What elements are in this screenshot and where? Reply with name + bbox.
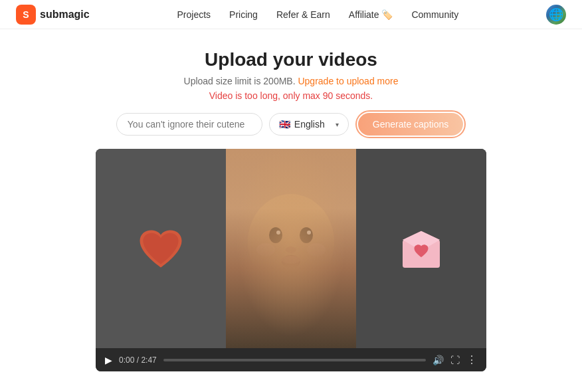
error-message: Video is too long, only max 90 seconds.: [209, 90, 373, 101]
progress-bar[interactable]: [163, 359, 426, 361]
time-display: 0:00 / 2:47: [119, 355, 157, 365]
caption-input[interactable]: [116, 113, 262, 136]
baby-photo: [226, 149, 356, 348]
fullscreen-button[interactable]: ⛶: [450, 355, 460, 365]
upload-subtitle: Upload size limit is 200MB. Upgrade to u…: [184, 76, 399, 86]
video-panel-left: [96, 149, 226, 348]
flag-icon: 🇬🇧: [279, 119, 290, 130]
navbar-links: Projects Pricing Refer & Earn Affiliate …: [177, 9, 459, 20]
upgrade-link[interactable]: Upgrade to upload more: [298, 76, 398, 86]
nav-link-pricing[interactable]: Pricing: [229, 9, 258, 20]
brand-name: submagic: [40, 9, 90, 21]
controls-row: 🇬🇧 English ▾ Generate captions: [116, 110, 466, 138]
video-panel-center: [226, 149, 356, 348]
video-controls: ▶ 0:00 / 2:47 🔊 ⛶ ⋮: [96, 348, 486, 371]
nav-link-affiliate[interactable]: Affiliate 🏷️: [349, 9, 393, 20]
envelope-icon: [398, 225, 444, 272]
avatar[interactable]: 🌐: [546, 5, 566, 25]
nav-link-refer-earn[interactable]: Refer & Earn: [276, 9, 330, 20]
more-options-button[interactable]: ⋮: [466, 353, 477, 366]
video-preview: [96, 149, 486, 348]
play-button[interactable]: ▶: [105, 355, 112, 365]
heart-icon: [138, 227, 184, 270]
navbar-brand: S submagic: [16, 5, 90, 25]
navbar-right: 🌐: [546, 5, 566, 25]
generate-btn-wrapper: Generate captions: [355, 110, 466, 138]
nav-link-community[interactable]: Community: [411, 9, 458, 20]
main-content: Upload your videos Upload size limit is …: [0, 29, 582, 371]
volume-button[interactable]: 🔊: [433, 355, 444, 365]
nav-link-projects[interactable]: Projects: [177, 9, 211, 20]
logo-icon: S: [16, 5, 36, 25]
baby-face-overlay: [226, 149, 356, 348]
video-container: ▶ 0:00 / 2:47 🔊 ⛶ ⋮: [96, 149, 486, 371]
page-title: Upload your videos: [205, 49, 377, 70]
generate-captions-button[interactable]: Generate captions: [358, 113, 463, 136]
language-select[interactable]: 🇬🇧 English ▾: [269, 113, 349, 136]
video-panel-right: [356, 149, 486, 348]
navbar: S submagic Projects Pricing Refer & Earn…: [0, 0, 582, 29]
chevron-down-icon: ▾: [336, 121, 339, 128]
language-label: English: [294, 119, 325, 130]
